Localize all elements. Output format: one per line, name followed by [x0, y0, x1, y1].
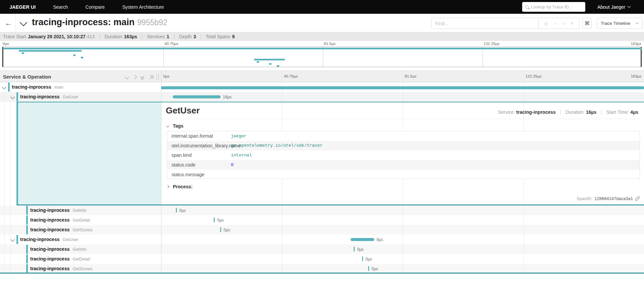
minimap-left-drag-handle[interactable] [2, 47, 3, 67]
detail-service-label: Service: [498, 109, 515, 115]
span-name[interactable]: tracing-inprocessmain [12, 84, 63, 90]
span-bar-getuser-1[interactable] [173, 95, 220, 98]
tag-row[interactable]: status.message [167, 170, 640, 179]
nav-item-compare[interactable]: Compare [86, 4, 105, 10]
focus-icon[interactable]: ◎ [544, 21, 548, 26]
span-bar-getscores-1[interactable] [220, 227, 221, 232]
span-name[interactable]: tracing-inprocessGetDetail [30, 217, 90, 223]
find-input[interactable] [435, 21, 533, 26]
span-id-value: 128664147daca3a1 [594, 196, 633, 201]
tag-key: status.code [167, 162, 231, 168]
nav-item-search[interactable]: Search [53, 4, 68, 10]
divider: | [601, 109, 602, 115]
copy-link-icon[interactable] [635, 196, 640, 201]
jaeger-logo[interactable]: JAEGER UI [9, 4, 36, 10]
top-nav: JAEGER UI Search Compare System Architec… [0, 0, 644, 14]
trace-summary-bar: Trace Start January 29 2021, 10:10:27.41… [0, 32, 644, 41]
minimap-tick-labels: 0µs 40.75µs 81.5µs 122.25µs 163µs [0, 41, 644, 47]
span-bar-getscores-2[interactable] [368, 266, 369, 271]
tags-section-toggle[interactable]: Tags [167, 123, 184, 129]
span-bar-main[interactable] [161, 86, 644, 89]
trace-view-value: Trace Timeline [601, 21, 630, 26]
detail-meta: Service: tracing-inprocess | Duration: 1… [498, 109, 638, 115]
process-section-label: Process: [173, 184, 193, 189]
detail-operation-title: GetUser [166, 105, 200, 116]
span-bar-getinfo-1[interactable] [176, 208, 177, 212]
chevron-right-icon [166, 185, 169, 188]
span-row-getuser-2[interactable]: tracing-inprocessGetUser 8µs [0, 235, 644, 244]
span-bar-getdetail-1[interactable] [214, 218, 215, 222]
back-button[interactable]: ← [5, 19, 12, 28]
span-name[interactable]: tracing-inprocessGetScores [30, 266, 93, 271]
span-row-getscores-2[interactable]: tracing-inprocessGetScores 0µs [0, 264, 644, 273]
expand-all-icon[interactable] [149, 75, 152, 79]
span-color-bar [26, 264, 28, 273]
span-name[interactable]: tracing-inprocessGetDetail [30, 256, 90, 262]
span-color-bar [16, 235, 18, 244]
minimap-right-drag-handle[interactable] [641, 47, 642, 67]
tag-row[interactable]: status.code 0 [167, 160, 640, 170]
span-row-getscores-1[interactable]: tracing-inprocessGetScores 0µs [0, 225, 644, 235]
span-bar-getdetail-2[interactable] [362, 256, 363, 261]
span-row-getinfo-1[interactable]: tracing-inprocessGetInfo 0µs [0, 205, 644, 215]
expand-one-icon[interactable] [133, 75, 137, 79]
divider: | [142, 34, 143, 39]
nav-item-system-architecture[interactable]: System Architecture [122, 4, 164, 10]
divider: | [200, 34, 201, 39]
trace-id-search-box[interactable] [522, 2, 585, 12]
divider: | [560, 109, 561, 115]
span-id-label: SpanID: [577, 196, 592, 201]
collapse-all-icon[interactable] [141, 75, 144, 79]
span-row-main[interactable]: tracing-inprocessmain [0, 82, 644, 92]
span-name[interactable]: tracing-inprocessGetUser [20, 94, 78, 99]
find-box[interactable] [431, 18, 539, 29]
span-name[interactable]: tracing-inprocessGetUser [20, 237, 78, 242]
tag-value: jaeger [231, 134, 247, 139]
tag-row[interactable]: span.kind internal [167, 150, 640, 160]
span-name[interactable]: tracing-inprocessGetScores [30, 227, 93, 232]
next-result-icon[interactable] [562, 21, 565, 25]
span-id-line: SpanID: 128664147daca3a1 [577, 196, 640, 201]
duration-value: 163µs [124, 34, 137, 39]
column-resizer-handle[interactable] [156, 74, 159, 80]
minimap-tick-4: 163µs [631, 42, 641, 46]
span-color-bar [26, 225, 28, 234]
trace-view-select[interactable]: Trace Timeline [597, 18, 642, 29]
prev-result-icon[interactable] [553, 22, 557, 26]
span-name[interactable]: tracing-inprocessGetInfo [30, 207, 86, 213]
process-section-toggle[interactable]: Process: [167, 184, 193, 189]
clear-search-icon[interactable]: × [571, 21, 574, 26]
find-tools: ◎ × [539, 18, 580, 29]
detail-duration-label: Duration: [565, 109, 585, 115]
collapse-controls [126, 75, 152, 79]
span-bar-getuser-2[interactable] [351, 238, 374, 241]
collapse-chevron-icon[interactable] [10, 95, 15, 99]
timeline-tick-4: 163µs [631, 74, 641, 78]
trace-id-search-input[interactable] [531, 4, 581, 9]
trace-minimap[interactable] [2, 47, 642, 67]
span-row-getdetail-1[interactable]: tracing-inprocessGetDetail 0µs [0, 215, 644, 225]
keyboard-shortcuts-button[interactable]: ⌘ [583, 18, 592, 29]
duration-label: Duration [104, 34, 122, 39]
span-row-getinfo-2[interactable]: tracing-inprocessGetInfo 0µs [0, 244, 644, 254]
span-bar-getinfo-2[interactable] [354, 247, 355, 251]
span-row-getuser-1[interactable]: tracing-inprocessGetUser 16µs [0, 92, 644, 102]
span-row-getdetail-2[interactable]: tracing-inprocessGetDetail 0µs [0, 254, 644, 264]
tag-row[interactable]: otel.instrumentation_library.name go.ope… [167, 141, 640, 151]
collapse-trace-chevron-icon[interactable] [20, 19, 28, 27]
span-duration-label: 16µs [223, 95, 232, 99]
tag-key: span.kind [167, 152, 231, 158]
trace-start-ms: .413 [86, 34, 95, 39]
chevron-down-icon [166, 125, 169, 127]
divider: | [99, 34, 100, 39]
collapse-chevron-icon[interactable] [2, 85, 6, 89]
span-name[interactable]: tracing-inprocessGetInfo [30, 246, 86, 252]
collapse-one-icon[interactable] [125, 75, 129, 79]
minimap-span-bar-main [3, 48, 642, 49]
tag-row[interactable]: internal.span.format jaeger [167, 131, 640, 141]
divider [166, 119, 640, 119]
about-jaeger-menu[interactable]: About Jaeger [597, 0, 630, 14]
collapse-chevron-icon[interactable] [10, 237, 15, 242]
span-color-bar [16, 102, 18, 205]
divider [15, 14, 16, 32]
